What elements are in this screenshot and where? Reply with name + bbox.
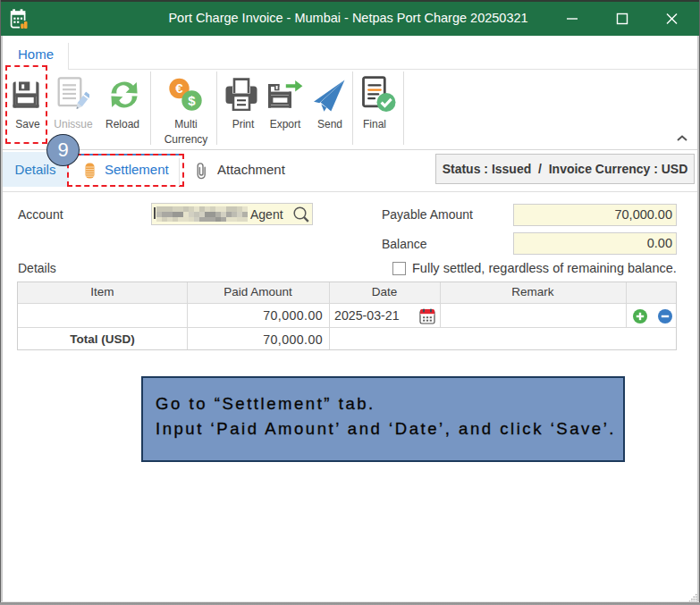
svg-text:€: € (175, 80, 183, 96)
svg-text:$: $ (188, 93, 196, 108)
